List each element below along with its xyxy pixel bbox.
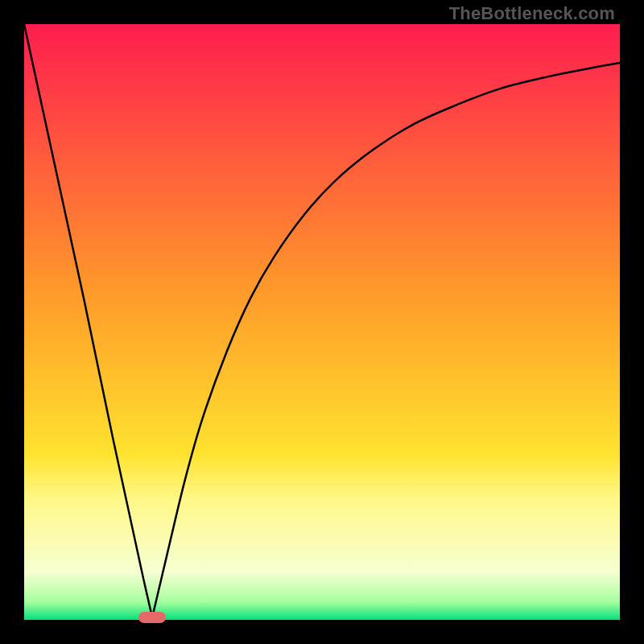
watermark-text: TheBottleneck.com (449, 3, 615, 24)
chart-frame (24, 24, 620, 620)
chart-background (24, 24, 620, 620)
chart-svg (24, 24, 620, 620)
min-marker (138, 612, 166, 623)
